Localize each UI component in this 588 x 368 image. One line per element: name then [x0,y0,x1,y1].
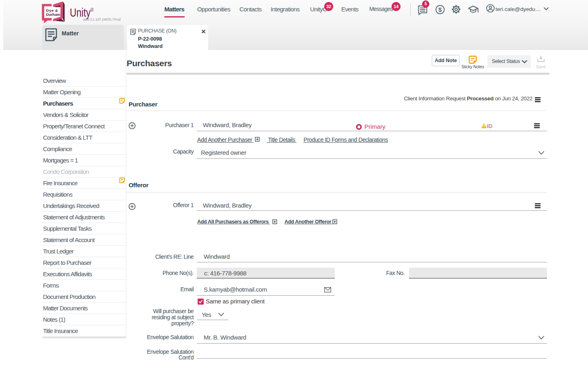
svg-text:Durham: Durham [46,12,60,17]
svg-text:Dye &: Dye & [46,8,58,13]
svg-text:$: $ [438,6,442,13]
